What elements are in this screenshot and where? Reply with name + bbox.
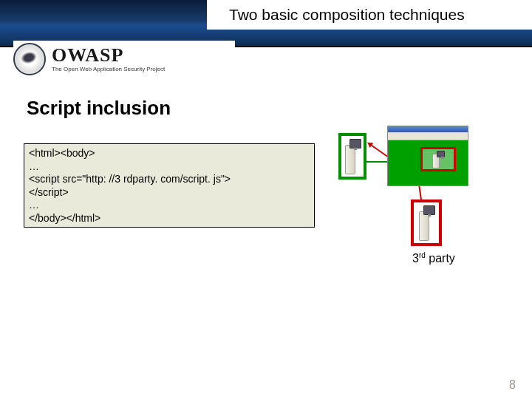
third-party-server-frame bbox=[411, 200, 442, 246]
origin-server-frame bbox=[338, 133, 366, 180]
code-line: <html><body> bbox=[29, 147, 310, 160]
page-number: 8 bbox=[509, 378, 516, 392]
code-line: … bbox=[29, 199, 310, 212]
slide-title: Two basic composition techniques bbox=[229, 6, 465, 24]
owasp-logo-block: OWASP The Open Web Application Security … bbox=[13, 41, 235, 78]
logo-tagline: The Open Web Application Security Projec… bbox=[52, 66, 165, 72]
embedded-script-frame bbox=[420, 147, 456, 171]
server-icon bbox=[344, 139, 361, 174]
label-suffix: party bbox=[426, 252, 455, 265]
code-line: … bbox=[29, 160, 310, 174]
logo-text-group: OWASP The Open Web Application Security … bbox=[52, 46, 165, 72]
code-line: </body></html> bbox=[29, 212, 310, 225]
code-line: <script src="http: //3 rdparty. com/scri… bbox=[29, 173, 310, 186]
section-heading: Script inclusion bbox=[27, 97, 171, 120]
browser-toolbar bbox=[388, 132, 468, 140]
server-icon bbox=[417, 205, 435, 241]
third-party-label: 3rd party bbox=[412, 251, 455, 265]
server-icon bbox=[432, 151, 445, 168]
title-strip: Two basic composition techniques bbox=[207, 0, 532, 30]
browser-window bbox=[387, 126, 468, 186]
label-prefix: 3 bbox=[412, 252, 419, 265]
code-snippet-box: <html><body> … <script src="http: //3 rd… bbox=[24, 143, 315, 228]
logo-main-text: OWASP bbox=[52, 46, 165, 65]
wasp-icon bbox=[13, 43, 46, 75]
code-line: </script> bbox=[29, 186, 310, 200]
label-super: rd bbox=[419, 251, 426, 259]
browser-titlebar bbox=[388, 126, 468, 132]
